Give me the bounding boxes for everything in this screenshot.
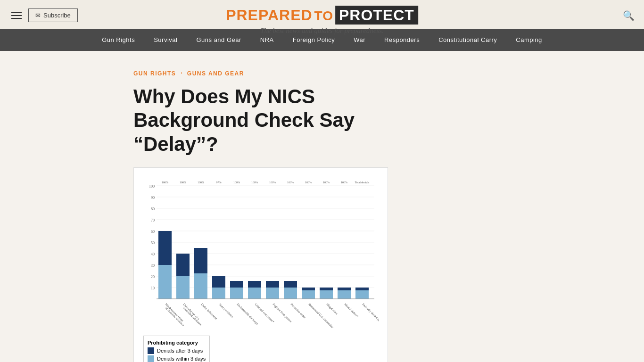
logo-protect: PROTECT — [335, 6, 418, 25]
svg-text:90: 90 — [151, 196, 155, 200]
svg-text:Misdemeanor crime: Misdemeanor crime — [165, 303, 184, 322]
svg-text:Protection order: Protection order — [290, 303, 306, 319]
bar-6-dark — [248, 281, 261, 288]
svg-text:10: 10 — [151, 286, 155, 290]
svg-text:State prohibitor: State prohibitor — [218, 303, 234, 319]
bar-6-light — [248, 288, 261, 299]
bar-7-dark — [266, 281, 279, 288]
svg-text:controlled substance: controlled substance — [182, 306, 203, 327]
legend-label-dark: Denials after 3 days — [157, 348, 203, 354]
svg-text:100%: 100% — [305, 181, 312, 184]
bar-5-dark — [230, 281, 243, 288]
bar-5-light — [230, 288, 243, 299]
hamburger-line — [11, 12, 22, 13]
legend-item-light: Denials within 3 days — [148, 355, 206, 362]
svg-text:100%: 100% — [269, 181, 276, 184]
svg-text:100%: 100% — [162, 181, 168, 184]
svg-text:100%: 100% — [198, 181, 204, 184]
site-header: ✉ Subscribe PREPARED TO PROTECT The best… — [0, 0, 644, 29]
bar-7-light — [266, 288, 279, 299]
bar-10-dark — [320, 288, 333, 290]
legend-swatch-light — [148, 355, 154, 362]
svg-text:100%: 100% — [287, 181, 294, 184]
svg-text:100%: 100% — [233, 181, 240, 184]
legend-swatch-dark — [148, 347, 154, 354]
breadcrumb-separator: · — [181, 70, 182, 77]
svg-text:30: 30 — [151, 263, 155, 268]
bar-9-dark — [302, 288, 315, 290]
svg-text:100%: 100% — [323, 181, 330, 184]
svg-text:Criminal conviction*: Criminal conviction* — [254, 303, 275, 323]
bar-4-light — [212, 288, 225, 299]
svg-text:50: 50 — [151, 241, 155, 245]
svg-text:100: 100 — [149, 184, 155, 189]
svg-text:Mental defect*: Mental defect* — [344, 303, 359, 318]
search-icon: 🔍 — [623, 10, 635, 21]
bar-9-light — [302, 290, 315, 299]
logo-to: TO — [314, 8, 333, 23]
svg-text:20: 20 — [151, 275, 155, 279]
svg-text:80: 80 — [151, 207, 155, 211]
hamburger-button[interactable] — [9, 10, 24, 21]
bar-1-light — [158, 265, 172, 299]
svg-text:40: 40 — [151, 252, 155, 256]
logo-prepared: PREPARED — [226, 7, 312, 24]
svg-text:Under indictment: Under indictment — [200, 303, 218, 320]
svg-text:of domestic violence: of domestic violence — [165, 306, 185, 327]
legend-label-light: Denials within 3 days — [157, 356, 206, 362]
bar-4-dark — [212, 276, 225, 288]
svg-text:Unlawful use of a: Unlawful use of a — [182, 303, 200, 321]
bar-10-light — [320, 290, 333, 299]
nav-item-camping[interactable]: Camping — [506, 29, 552, 51]
bar-8-dark — [284, 281, 297, 288]
svg-text:Federally denied persons: Federally denied persons — [362, 303, 379, 327]
legend-title: Prohibiting category — [148, 340, 206, 346]
bar-3-light — [194, 273, 207, 299]
bar-3-dark — [194, 248, 207, 273]
svg-text:Illegal alien: Illegal alien — [326, 303, 339, 315]
svg-text:Fugitive from justice: Fugitive from justice — [272, 303, 293, 323]
svg-text:100%: 100% — [341, 181, 347, 184]
svg-text:Total denials: Total denials — [355, 181, 370, 184]
nav-item-constitutional-carry[interactable]: Constitutional Carry — [429, 29, 506, 51]
bar-12-dark — [355, 288, 369, 290]
nav-item-gun-rights[interactable]: Gun Rights — [92, 29, 144, 51]
breadcrumb-guns-and-gear[interactable]: GUNS AND GEAR — [187, 70, 244, 77]
bar-2-dark — [176, 254, 190, 276]
chart-legend: Prohibiting category Denials after 3 day… — [143, 336, 210, 362]
subscribe-button[interactable]: ✉ Subscribe — [28, 8, 78, 22]
bar-1-dark — [158, 231, 172, 265]
bar-11-light — [338, 290, 351, 299]
subscribe-label: Subscribe — [43, 12, 71, 19]
svg-text:70: 70 — [151, 218, 155, 222]
hamburger-line — [11, 15, 22, 16]
site-logo[interactable]: PREPARED TO PROTECT The best news and gu… — [226, 7, 418, 35]
breadcrumb: GUN RIGHTS · GUNS AND GEAR — [133, 70, 511, 77]
svg-text:60: 60 — [151, 230, 155, 234]
main-content: GUN RIGHTS · GUNS AND GEAR Why Does My N… — [119, 70, 525, 362]
hamburger-line — [11, 18, 22, 19]
nics-chart: 100 90 80 70 60 50 40 30 20 10 — [133, 167, 388, 362]
bar-11-dark — [338, 288, 351, 290]
email-icon: ✉ — [35, 12, 41, 19]
nav-item-survival[interactable]: Survival — [144, 29, 187, 51]
svg-text:97%: 97% — [216, 181, 222, 184]
svg-text:100%: 100% — [180, 181, 186, 184]
bar-12-light — [355, 290, 369, 299]
search-button[interactable]: 🔍 — [623, 10, 635, 21]
article-title: Why Does My NICS Background Check Say “D… — [133, 85, 416, 156]
bar-2-light — [176, 276, 190, 299]
bar-8-light — [284, 288, 297, 299]
legend-item-dark: Denials after 3 days — [148, 347, 206, 354]
svg-text:100%: 100% — [251, 181, 258, 184]
breadcrumb-gun-rights[interactable]: GUN RIGHTS — [133, 70, 176, 77]
site-tagline: The best news and guides for preparednes… — [226, 27, 418, 35]
chart-svg: 100 90 80 70 60 50 40 30 20 10 — [143, 177, 379, 328]
